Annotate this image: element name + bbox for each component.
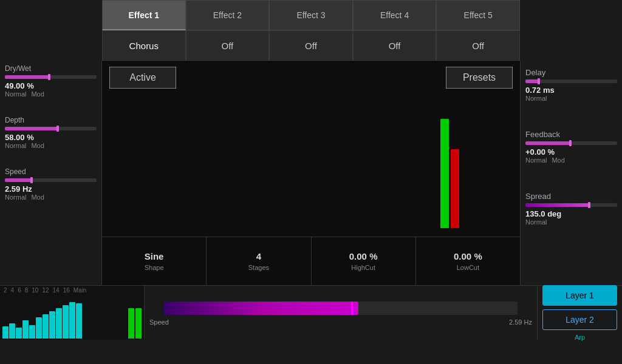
speed-main-slider[interactable] (164, 302, 517, 315)
effect-type-3[interactable]: Off (269, 30, 353, 61)
mini-bar-10 (63, 305, 69, 339)
ctrl-lowcut-value: 0.00 % (454, 251, 482, 261)
effect-type-2[interactable]: Off (186, 30, 270, 61)
effect-type-5[interactable]: Off (436, 30, 520, 61)
feedback-label: Feedback (525, 130, 617, 139)
spread-section: Spread 135.0 deg Normal (525, 188, 617, 226)
mini-bar-8 (49, 311, 55, 339)
depth-thumb (56, 126, 59, 132)
center-panel: Active Presets Sine Shape 4 Stages 0.00 … (102, 61, 520, 285)
depth-mod[interactable]: Mod (31, 142, 44, 149)
ctrl-highcut[interactable]: 0.00 % HighCut (312, 237, 416, 285)
center-bottom-controls: Sine Shape 4 Stages 0.00 % HighCut 0.00 … (102, 237, 520, 285)
delay-slider[interactable] (525, 79, 617, 83)
ctrl-stages-value: 4 (256, 251, 261, 261)
speed-section: Speed 2.59 Hz Normal Mod (5, 167, 97, 201)
tab-effect1[interactable]: Effect 1 (102, 0, 186, 30)
layer2-button[interactable]: Layer 2 (542, 309, 617, 330)
drywet-fill (5, 75, 50, 79)
center-top: Active Presets (102, 61, 520, 95)
delay-mods: Normal (525, 95, 617, 102)
mini-bar-12 (76, 303, 82, 339)
feedback-value: +0.00 % (525, 147, 617, 157)
layer1-button[interactable]: Layer 1 (542, 285, 617, 306)
mini-bar-5 (29, 325, 35, 339)
tab-effect3[interactable]: Effect 3 (269, 0, 353, 30)
left-panel: Dry/Wet 49.00 % Normal Mod Depth 58.00 %… (0, 61, 102, 285)
mini-bar-4 (22, 320, 29, 339)
main-area: Dry/Wet 49.00 % Normal Mod Depth 58.00 %… (0, 61, 622, 285)
presets-button[interactable]: Presets (446, 67, 513, 89)
speed-mods: Normal Mod (5, 194, 97, 201)
chorus-viz (440, 101, 459, 228)
feedback-section: Feedback +0.00 % Normal Mod (525, 126, 617, 164)
mini-bar-11 (69, 302, 75, 339)
mini-bar-3 (16, 328, 22, 339)
delay-thumb (538, 78, 540, 84)
left-spacer-mid (0, 30, 102, 61)
tab-effect5[interactable]: Effect 5 (436, 0, 520, 30)
tab-effect4[interactable]: Effect 4 (353, 0, 437, 30)
speed-mod[interactable]: Mod (31, 194, 44, 201)
effect-type-chorus[interactable]: Chorus (102, 30, 186, 61)
ctrl-stages-label: Stages (248, 264, 269, 271)
mini-bar-2 (9, 323, 15, 339)
feedback-slider[interactable] (525, 141, 617, 145)
mini-bar-7 (43, 314, 49, 339)
speed-label: Speed (5, 167, 97, 176)
bottom-left-viz: 2 4 6 8 10 12 14 16 Main (0, 286, 145, 340)
drywet-mod[interactable]: Mod (31, 90, 44, 98)
arp-label: Arp (575, 334, 585, 341)
ctrl-stages[interactable]: 4 Stages (207, 237, 311, 285)
viz-area (102, 95, 520, 237)
speed-main-thumb (351, 302, 353, 315)
drywet-normal[interactable]: Normal (5, 90, 26, 98)
drywet-value: 49.00 % (5, 81, 97, 90)
spread-fill (525, 203, 590, 207)
delay-normal[interactable]: Normal (525, 95, 547, 102)
ctrl-shape[interactable]: Sine Shape (102, 237, 207, 285)
depth-normal[interactable]: Normal (5, 142, 26, 149)
vu-bar-green-2 (135, 308, 142, 339)
feedback-mod[interactable]: Mod (552, 157, 564, 164)
spread-thumb (588, 202, 590, 208)
mini-bar-9 (56, 308, 62, 339)
spread-value: 135.0 deg (525, 209, 617, 218)
depth-fill (5, 127, 58, 130)
depth-slider[interactable] (5, 127, 97, 130)
ctrl-highcut-label: HighCut (351, 264, 375, 271)
spread-mods: Normal (525, 218, 617, 226)
drywet-section: Dry/Wet 49.00 % Normal Mod (5, 64, 97, 98)
depth-label: Depth (5, 116, 97, 124)
active-button[interactable]: Active (109, 67, 176, 89)
ctrl-lowcut[interactable]: 0.00 % LowCut (416, 237, 520, 285)
speed-main-fill (164, 302, 358, 315)
spread-normal[interactable]: Normal (525, 218, 547, 226)
delay-section: Delay 0.72 ms Normal (525, 64, 617, 102)
layer-section: Layer 1 Layer 2 Arp (537, 286, 622, 340)
feedback-fill (525, 141, 572, 145)
drywet-slider[interactable] (5, 75, 97, 79)
spread-slider[interactable] (525, 203, 617, 207)
speed-slider-section: Speed 2.59 Hz (145, 286, 537, 340)
tab-effect2[interactable]: Effect 2 (186, 0, 270, 30)
viz-bar-green (440, 119, 449, 228)
right-spacer-mid (520, 30, 622, 61)
drywet-label: Dry/Wet (5, 64, 97, 73)
right-spacer-top (520, 0, 622, 30)
depth-value: 58.00 % (5, 133, 97, 142)
effect-type-row: Chorus Off Off Off Off (0, 30, 622, 61)
depth-section: Depth 58.00 % Normal Mod (5, 116, 97, 149)
effect-type-4[interactable]: Off (353, 30, 437, 61)
speed-normal[interactable]: Normal (5, 194, 26, 201)
delay-value: 0.72 ms (525, 86, 617, 95)
viz-bar-red (451, 149, 459, 228)
feedback-thumb (569, 140, 572, 146)
vu-bar-green-1 (128, 308, 134, 339)
mini-bar-1 (2, 326, 9, 339)
speed-slider[interactable] (5, 178, 97, 182)
feedback-mods: Normal Mod (525, 157, 617, 164)
feedback-normal[interactable]: Normal (525, 157, 547, 164)
ctrl-lowcut-label: LowCut (457, 264, 479, 271)
delay-label: Delay (525, 68, 617, 77)
